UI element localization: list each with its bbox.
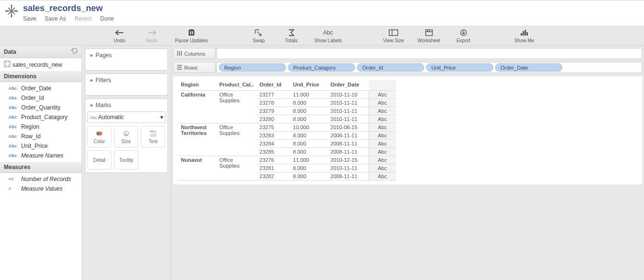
text-icon: Abc123 xyxy=(150,130,156,137)
abc-cell: Abc xyxy=(369,107,396,115)
category-cell: Office Supplies xyxy=(216,123,257,156)
dimension-order_quantity[interactable]: AbcOrder_Quantity xyxy=(0,103,82,112)
export-button[interactable]: Export xyxy=(454,28,473,43)
pill-order_id[interactable]: Order_Id xyxy=(357,63,424,72)
data-sidebar: Data sales_records_new Dimensions AbcOrd… xyxy=(0,46,82,280)
pause-updates-button[interactable]: Pause Updates xyxy=(175,28,208,43)
pill-unit_price[interactable]: Unit_Price xyxy=(426,63,493,72)
totals-button[interactable]: Totals xyxy=(282,28,301,43)
dimension-unit_price[interactable]: AbcUnit_Price xyxy=(0,141,82,151)
abc-cell: Abc xyxy=(369,115,396,123)
columns-shelf[interactable] xyxy=(216,48,642,59)
menu-revert[interactable]: Revert xyxy=(74,15,91,22)
order-date-cell: 2010-08-15 xyxy=(328,123,369,132)
svg-rect-12 xyxy=(426,30,432,36)
measure-number-of-records[interactable]: =#Number of Records xyxy=(0,174,82,184)
unit-price-cell: 11.000 xyxy=(290,91,328,99)
svg-rect-18 xyxy=(523,31,524,36)
order-date-cell: 2010-11-10 xyxy=(328,91,369,99)
undo-button[interactable]: Undo xyxy=(110,28,129,43)
show-me-button[interactable]: Show Me xyxy=(514,28,535,43)
svg-rect-30 xyxy=(177,51,178,56)
refresh-icon[interactable] xyxy=(71,48,78,56)
swap-button[interactable]: Swap xyxy=(249,28,268,43)
show-labels-button[interactable]: AbcShow Labels xyxy=(314,28,342,43)
pages-card: Pages xyxy=(85,49,168,71)
order-id-cell: 23275 xyxy=(257,123,290,132)
svg-point-24 xyxy=(5,65,6,66)
abc-cell: Abc xyxy=(369,164,396,172)
abc-cell: Abc xyxy=(369,91,396,99)
unit-price-cell: 8.000 xyxy=(290,107,328,115)
worksheet-button[interactable]: Worksheet xyxy=(417,28,441,43)
labels-icon: Abc xyxy=(323,28,333,37)
datasource-item[interactable]: sales_records_new xyxy=(0,58,82,71)
svg-rect-19 xyxy=(525,30,526,36)
svg-rect-34 xyxy=(177,67,182,68)
view-size-button[interactable]: View Size xyxy=(383,28,404,43)
order-date-cell: 2010-11-11 xyxy=(328,115,369,123)
order-date-cell: 2008-11-11 xyxy=(328,132,369,140)
rows-shelf[interactable]: RegionProduct_CatagoryOrder_IdUnit_Price… xyxy=(216,62,642,73)
measure-measure-values[interactable]: #Measure Values xyxy=(0,184,82,194)
cards-pane: Pages Filters Marks AbcAutomatic ▾ Color… xyxy=(82,46,171,280)
svg-rect-33 xyxy=(177,65,182,66)
marks-detail[interactable]: Detail xyxy=(87,150,111,170)
svg-rect-8 xyxy=(190,31,191,34)
svg-rect-17 xyxy=(521,33,522,36)
unit-price-cell: 11.000 xyxy=(290,156,328,164)
size-icon xyxy=(123,130,130,137)
category-cell: Office Supplies xyxy=(216,156,257,181)
order-date-cell: 2008-11-11 xyxy=(328,140,369,148)
dimension-order_date[interactable]: AbcOrder_Date xyxy=(0,84,82,93)
svg-rect-32 xyxy=(181,51,182,56)
rows-shelf-label: Rows xyxy=(173,62,215,73)
marks-card: Marks AbcAutomatic ▾ Color Size Abc123Te… xyxy=(85,98,168,173)
dimension-order_id[interactable]: AbcOrder_Id xyxy=(0,93,82,103)
redo-icon xyxy=(147,28,157,37)
menu-done[interactable]: Done xyxy=(100,15,114,22)
order-id-cell: 23282 xyxy=(257,172,290,181)
menu-save-as[interactable]: Save As xyxy=(45,15,66,22)
bullet-icon xyxy=(90,104,93,107)
order-id-cell: 23285 xyxy=(257,148,290,156)
order-date-cell: 2010-11-11 xyxy=(328,164,369,172)
pill-product_catagory[interactable]: Product_Catagory xyxy=(288,63,355,72)
marks-size[interactable]: Size xyxy=(114,126,138,147)
svg-rect-9 xyxy=(192,31,193,34)
pill-region[interactable]: Region xyxy=(219,63,286,72)
filters-shelf[interactable] xyxy=(85,86,167,95)
dimension-measure-names[interactable]: AbcMeasure Names xyxy=(0,151,82,160)
order-date-cell: 2010-12-15 xyxy=(328,156,369,164)
marks-text[interactable]: Abc123Text xyxy=(141,126,165,147)
view-size-icon xyxy=(389,28,398,37)
worksheet-icon xyxy=(425,28,433,37)
order-date-cell: 2010-11-11 xyxy=(328,107,369,115)
svg-point-29 xyxy=(125,134,127,135)
dimension-region[interactable]: AbcRegion xyxy=(0,122,82,132)
dimension-row_id[interactable]: AbcRow_Id xyxy=(0,132,82,141)
menu-save[interactable]: Save xyxy=(23,15,36,22)
viz-canvas: RegionProduct_Cat..Order_IdUnit_PriceOrd… xyxy=(173,76,642,184)
unit-price-cell: 8.000 xyxy=(290,148,328,156)
marks-tooltip[interactable]: Tooltip xyxy=(114,150,138,170)
unit-price-cell: 8.000 xyxy=(290,99,328,107)
filters-card: Filters xyxy=(85,73,168,96)
pages-shelf[interactable] xyxy=(85,61,167,70)
order-date-cell: 2010-11-11 xyxy=(328,99,369,107)
show-me-icon xyxy=(520,28,529,37)
order-id-cell: 23277 xyxy=(257,91,290,99)
svg-point-22 xyxy=(5,62,6,63)
dimension-product_catagory[interactable]: AbcProduct_Catagory xyxy=(0,112,82,122)
export-icon xyxy=(460,28,467,37)
svg-point-25 xyxy=(8,65,9,66)
dimensions-header: Dimensions xyxy=(0,71,82,82)
region-cell: Nunavut xyxy=(178,156,216,181)
redo-button[interactable]: Redo xyxy=(143,28,162,43)
unit-price-cell: 8.000 xyxy=(290,140,328,148)
pill-order_date[interactable]: Order_Date xyxy=(495,63,562,72)
mark-type-select[interactable]: AbcAutomatic ▾ xyxy=(87,111,166,123)
marks-color[interactable]: Color xyxy=(87,126,111,147)
swap-icon xyxy=(254,28,263,37)
order-id-cell: 23278 xyxy=(257,99,290,107)
